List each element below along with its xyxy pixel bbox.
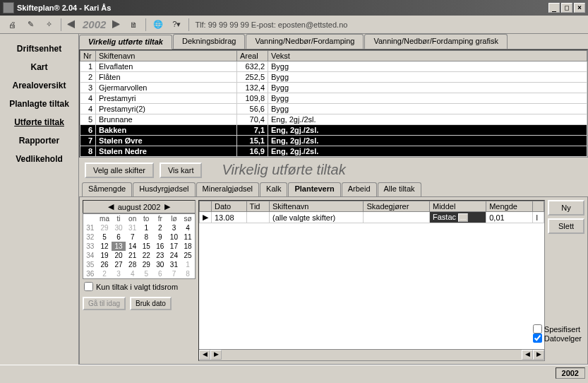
only-period-checkbox[interactable] [84,282,93,291]
tab-plantevern[interactable]: Plantevern [288,182,340,196]
main-tabs: Virkelig utførte tiltak Dekningsbidrag V… [79,34,588,49]
status-year: 2002 [556,367,585,379]
minimize-button[interactable]: _ [548,3,560,13]
table-row[interactable]: 6Bakken7,1Eng, 2gj./2sl. [80,125,587,136]
row-marker-icon: ▶ [200,212,212,223]
show-map-button[interactable]: Vis kart [160,163,202,178]
cell-middel[interactable]: Fastac … [430,212,486,223]
cell-skade[interactable] [364,212,430,223]
sidebar-item-utforte[interactable]: Utførte tiltak [3,113,76,131]
sidebar-item-kart[interactable]: Kart [3,58,76,76]
goto-today-button[interactable]: Gå til idag [83,297,126,310]
tab-husdyr[interactable]: Husdyrgjødsel [133,182,195,196]
calendar-panel: ◀ august 2002 ▶ mationtofrløsø 312930311… [83,200,196,361]
sidebar-item-arealoversikt[interactable]: Arealoversikt [3,76,76,95]
tab-arbeid[interactable]: Arbeid [342,182,377,196]
maximize-button[interactable]: □ [561,3,572,13]
table-row[interactable]: 4Prestamyri109,8Bygg [80,93,587,104]
col-navn[interactable]: Skiftenavn [96,51,237,61]
tab-dekning[interactable]: Dekningsbidrag [173,34,245,49]
spesifisert-checkbox[interactable] [533,324,542,334]
sidebar-item-vedlikehold[interactable]: Vedlikehold [3,150,76,168]
detail-grid[interactable]: DatoTidSkiftenavnSkadegjørerMiddelMengde… [198,200,545,361]
table-row[interactable]: 4Prestamyri(2)56,6Bygg [80,104,587,114]
view-options: Spesifisert Datovelger [533,324,582,343]
print-icon[interactable]: 🖨 [6,18,18,31]
only-period-label: Kun tiltak i valgt tidsrom [96,283,178,291]
sub-tabs: Såmengde Husdyrgjødsel Mineralgjødsel Ka… [79,182,588,196]
lookup-button[interactable]: … [458,213,468,222]
col-nr[interactable]: Nr [80,51,96,61]
datovelger-checkbox[interactable] [533,334,542,343]
sidebar-item-rapporter[interactable]: Rapporter [3,131,76,150]
cal-month-label: august 2002 [118,203,161,211]
app-icon [3,2,14,13]
cell-mengde[interactable]: 0,01 [486,212,533,223]
doc-icon[interactable]: 🗎 [127,18,140,31]
section-title: Virkelig utførte tiltak [222,162,345,178]
tool-icon[interactable]: ✎ [24,18,37,31]
tab-mineral[interactable]: Mineralgjødsel [196,182,260,196]
table-row[interactable]: 2Flåten252,5Bygg [80,72,587,83]
year-next-button[interactable]: ⯈ [112,19,121,30]
table-row[interactable]: 1Elvaflaten632,2Bygg [80,61,587,72]
tab-alle[interactable]: Alle tiltak [378,182,421,196]
hscrollbar[interactable]: ◀▶ ◀▶ [199,349,544,360]
cal-next-button[interactable]: ▶ [160,202,174,211]
year-prev-button[interactable]: ⯇ [67,19,77,30]
cell-skifte[interactable]: (alle valgte skifter) [270,212,364,223]
toolbar: 🖨 ✎ ✧ ⯇ 2002 ⯈ 🗎 🌐 ?▾ Tlf: 99 99 99 99 E… [0,16,588,34]
statusbar: 2002 [0,365,588,380]
cell-dato[interactable]: 13.08 [212,212,247,223]
col-areal[interactable]: Areal [237,51,268,61]
skifte-grid[interactable]: Nr Skiftenavn Areal Vekst 1Elvaflaten632… [79,49,588,158]
table-row[interactable]: 5Brunnane70,4Eng, 2gj./2sl. [80,114,587,125]
titlebar: Skifteplan® 2.04 - Kari Ås _ □ × [0,0,588,16]
new-button[interactable]: Ny [548,200,584,216]
select-all-button[interactable]: Velg alle skifter [85,163,154,178]
help-icon[interactable]: ?▾ [170,18,183,31]
cal-prev-button[interactable]: ◀ [104,202,118,211]
delete-button[interactable]: Slett [548,218,584,234]
table-row[interactable]: 7Stølen Øvre15,1Eng, 2gj./2sl. [80,136,587,146]
cell-tid[interactable] [246,212,269,223]
sidebar-item-driftsenhet[interactable]: Driftsenhet [3,40,76,58]
contact-info: Tlf: 99 99 99 99 E-post: eposten@ettsted… [195,20,347,29]
calendar-grid[interactable]: mationtofrløsø 3129303112343256789101133… [83,213,196,279]
use-date-button[interactable]: Bruk dato [130,297,172,310]
table-row[interactable]: 8Stølen Nedre16,9Eng, 2gj./2sl. [80,146,587,157]
detail-row[interactable]: ▶ 13.08 (alle valgte skifter) Fastac … 0… [200,212,544,223]
wand-icon[interactable]: ✧ [42,18,55,31]
close-button[interactable]: × [574,3,585,13]
year-label: 2002 [83,18,106,30]
tab-samengde[interactable]: Såmengde [82,182,132,196]
table-row[interactable]: 3Gjermarvollen132,4Bygg [80,83,587,93]
tab-virkelig[interactable]: Virkelig utførte tiltak [79,35,172,49]
col-vekst[interactable]: Vekst [268,51,587,61]
mid-toolbar: Velg alle skifter Vis kart Virkelig utfø… [79,158,588,182]
tab-vanning[interactable]: Vanning/Nedbør/Fordamping [246,34,364,49]
sidebar: Driftsenhet Kart Arealoversikt Planlagte… [0,34,79,365]
globe-icon[interactable]: 🌐 [152,18,164,31]
tab-kalk[interactable]: Kalk [260,182,287,196]
cell-unit[interactable]: l [533,212,544,223]
window-title: Skifteplan® 2.04 - Kari Ås [17,4,111,12]
sidebar-item-planlagte[interactable]: Planlagte tiltak [3,95,76,113]
tab-vanning-graf[interactable]: Vanning/Nedbør/Fordamping grafisk [364,34,508,49]
